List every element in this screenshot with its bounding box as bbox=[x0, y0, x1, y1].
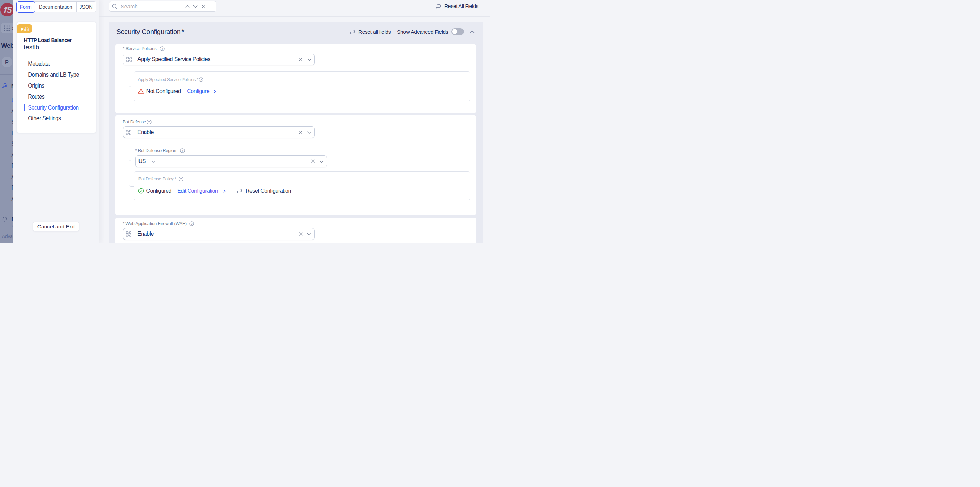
svg-text:?: ? bbox=[148, 120, 150, 124]
svg-text:?: ? bbox=[181, 149, 183, 152]
svg-text:?: ? bbox=[180, 177, 182, 181]
svg-text:?: ? bbox=[200, 78, 202, 81]
svg-text:?: ? bbox=[191, 222, 193, 225]
svg-text:?: ? bbox=[161, 47, 163, 51]
